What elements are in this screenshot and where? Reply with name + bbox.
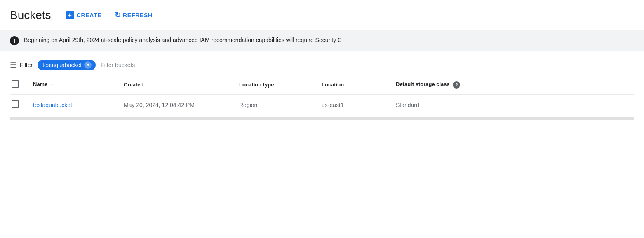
refresh-icon: ↻	[115, 11, 121, 20]
filter-label: ☰ Filter	[10, 61, 33, 70]
row-checkbox-cell	[10, 94, 30, 115]
bucket-location-type-cell: Region	[236, 94, 318, 115]
col-header-storage-class: Default storage class ?	[393, 75, 634, 94]
refresh-button[interactable]: ↻ REFRESH	[110, 7, 157, 23]
chip-close-button[interactable]: ✕	[84, 61, 92, 69]
bucket-location-cell: us-east1	[318, 94, 393, 115]
create-button[interactable]: + CREATE	[61, 8, 107, 23]
storage-class-help-icon[interactable]: ?	[453, 81, 460, 89]
col-location-type-label: Location type	[239, 82, 274, 88]
page-title: Buckets	[10, 9, 51, 22]
info-icon: i	[10, 36, 19, 45]
refresh-label: REFRESH	[123, 12, 153, 19]
col-created-label: Created	[124, 82, 143, 88]
filter-icon: ☰	[10, 61, 16, 70]
filter-chip[interactable]: testaquabucket ✕	[38, 60, 96, 70]
filter-chip-text: testaquabucket	[42, 62, 82, 68]
header: Buckets + CREATE ↻ REFRESH	[0, 0, 644, 30]
col-header-created: Created	[120, 75, 236, 94]
row-checkbox[interactable]	[12, 100, 19, 108]
col-header-location: Location	[318, 75, 393, 94]
header-checkbox-cell	[10, 75, 30, 94]
filter-row: ☰ Filter testaquabucket ✕ Filter buckets	[0, 51, 644, 75]
col-location-label: Location	[322, 82, 344, 88]
col-header-name: Name ↑	[30, 75, 120, 94]
create-plus-icon: +	[66, 11, 74, 19]
bucket-name-link[interactable]: testaquabucket	[33, 102, 72, 108]
col-storage-class-label: Default storage class	[396, 81, 450, 87]
buckets-table: Name ↑ Created Location type Location De…	[10, 75, 634, 115]
bucket-created-cell: May 20, 2024, 12:04:42 PM	[120, 94, 236, 115]
info-banner: i Beginning on April 29th, 2024 at-scale…	[0, 30, 644, 51]
table-row: testaquabucket May 20, 2024, 12:04:42 PM…	[10, 94, 634, 115]
header-actions: + CREATE ↻ REFRESH	[61, 7, 157, 23]
page-container: Buckets + CREATE ↻ REFRESH i Beginning o…	[0, 0, 644, 238]
col-name-label: Name	[33, 81, 47, 87]
select-all-checkbox[interactable]	[12, 80, 19, 88]
filter-text: Filter	[20, 62, 33, 68]
table-container: Name ↑ Created Location type Location De…	[0, 75, 644, 115]
table-header-row: Name ↑ Created Location type Location De…	[10, 75, 634, 94]
bucket-storage-class-cell: Standard	[393, 94, 634, 115]
col-header-location-type: Location type	[236, 75, 318, 94]
filter-input-placeholder[interactable]: Filter buckets	[101, 62, 135, 68]
create-label: CREATE	[77, 12, 102, 19]
info-text: Beginning on April 29th, 2024 at-scale p…	[24, 36, 342, 44]
bucket-name-cell: testaquabucket	[30, 94, 120, 115]
horizontal-scrollbar[interactable]	[10, 117, 634, 120]
sort-ascending-icon[interactable]: ↑	[51, 82, 54, 88]
